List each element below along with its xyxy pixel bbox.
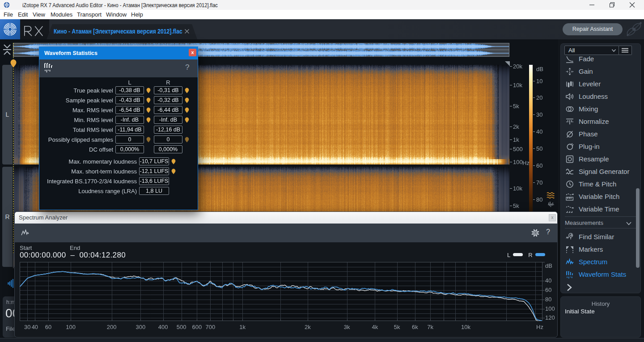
module-item-spectrum[interactable]: Spectrum [561, 256, 640, 268]
stat-label: Max. momentary loudness [69, 158, 137, 165]
module-item-loudness[interactable]: Loudness [561, 90, 640, 103]
freq-tick [510, 188, 512, 189]
colorbar-tick-label: 20 [536, 94, 542, 101]
maximize-button[interactable] [602, 0, 622, 10]
module-label: Signal Generator [579, 168, 629, 175]
waveform-display-icon[interactable] [547, 201, 555, 207]
stat-value-right: -0,31 dB [154, 86, 182, 94]
channel-label-left: L [2, 111, 13, 118]
stat-label: Max. short-term loudness [71, 168, 137, 175]
measurements-label: Measurements [565, 220, 603, 226]
module-item-varpitch[interactable]: Variable Pitch [561, 190, 640, 203]
module-item-gain[interactable]: Gain [561, 65, 640, 78]
vartime-icon [566, 205, 574, 213]
izotope-logo [0, 19, 20, 39]
pin-icon[interactable] [171, 169, 176, 174]
colorbar-tick [533, 131, 535, 132]
module-item-vartime[interactable]: Variable Time [561, 203, 640, 215]
menu-edit[interactable]: Edit [18, 11, 28, 18]
menu-view[interactable]: View [33, 11, 45, 18]
freq-label: 5k [513, 203, 519, 209]
history-item[interactable]: Initial State [565, 308, 595, 315]
dialog-help-icon[interactable]: ? [185, 63, 189, 72]
module-item-siggen[interactable]: Signal Generator [561, 165, 640, 178]
stat-value: 1,8 LU [139, 187, 169, 195]
x-axis-label: 5k [394, 324, 400, 330]
module-item-timepitch[interactable]: Time & Pitch [561, 178, 640, 190]
legend-pill [513, 253, 523, 256]
gain-icon [566, 68, 574, 76]
pin-icon[interactable] [146, 137, 151, 143]
pin-icon[interactable] [185, 88, 189, 93]
menu-help[interactable]: Help [131, 11, 143, 18]
collapse-panels-icon[interactable] [3, 44, 12, 55]
pin-icon[interactable] [146, 88, 151, 93]
module-label: Leveler [579, 80, 601, 88]
expand-arrow-icon[interactable] [566, 283, 573, 291]
pin-icon[interactable] [146, 97, 151, 103]
module-list-scrollbar[interactable] [636, 188, 640, 268]
module-label: Gain [579, 68, 593, 75]
channel-header-left[interactable]: L [2, 65, 13, 165]
close-button[interactable] [622, 0, 642, 10]
module-item-findsim[interactable]: Find Similar [561, 231, 640, 243]
menu-transport[interactable]: Transport [77, 11, 102, 18]
measurements-section-header[interactable]: Measurements [561, 218, 640, 228]
minimize-button[interactable] [582, 0, 602, 10]
file-tab[interactable]: Кино - Атаман [Электрическая версия 2012… [47, 24, 197, 39]
menu-file[interactable]: File [4, 11, 13, 18]
playhead-line [13, 43, 14, 268]
pin-icon[interactable] [185, 137, 189, 143]
module-item-mixing[interactable]: Mixing [561, 103, 640, 115]
stat-value-left: -6,54 dB [115, 106, 144, 114]
pin-icon[interactable] [185, 97, 189, 103]
spectrum-analyzer-close-button[interactable]: x [549, 214, 556, 221]
mini-waveform-icon[interactable] [8, 279, 14, 288]
module-label: Find Similar [579, 233, 614, 241]
settings-gear-icon[interactable] [531, 228, 540, 237]
pin-icon[interactable] [185, 107, 189, 113]
freq-tick [510, 127, 512, 127]
freq-label: 1k [513, 136, 519, 143]
x-axis-label: 200 [107, 324, 117, 330]
stat-label: True peak level [74, 87, 113, 94]
menu-window[interactable]: Window [106, 11, 127, 18]
repair-assistant-button[interactable]: Repair Assistant [563, 23, 623, 35]
stat-value: -10,7 LUFS [139, 157, 169, 165]
stat-label: Min. RMS level [74, 117, 113, 123]
os-titlebar[interactable]: iZotope RX 7 Advanced Audio Editor - Кин… [0, 0, 644, 10]
module-item-wavestats[interactable]: Waveform Stats [561, 268, 640, 281]
y-axis-tick [542, 309, 545, 309]
end-label: End [70, 245, 80, 251]
spectrum-plot[interactable] [20, 262, 542, 321]
pin-icon[interactable] [185, 117, 189, 123]
module-label: Resample [579, 155, 609, 163]
app-toolbar: Кино - Атаман [Электрическая версия 2012… [0, 19, 644, 39]
spectrogram-display-icon[interactable] [547, 192, 555, 199]
playhead-pin[interactable] [10, 59, 17, 68]
module-item-normalize[interactable]: Normalize [561, 115, 640, 128]
module-item-resample[interactable]: Resample [561, 153, 640, 165]
pin-icon[interactable] [146, 117, 151, 123]
module-label: Fade [579, 55, 594, 63]
tab-close-icon[interactable] [184, 28, 190, 34]
colorbar-tick [533, 165, 535, 166]
stat-value-left: 0,000% [115, 145, 144, 153]
pin-icon[interactable] [146, 107, 151, 113]
menu-bar: FileEditViewModulesTransportWindowHelp [0, 10, 644, 19]
stat-value-right: -0,32 dB [154, 96, 182, 104]
module-item-leveler[interactable]: Leveler [561, 78, 640, 90]
menu-modules[interactable]: Modules [51, 11, 72, 18]
module-item-plugin[interactable]: Plug-in [561, 140, 640, 153]
module-item-markers[interactable]: Markers [561, 243, 640, 256]
pin-icon[interactable] [171, 159, 176, 165]
module-item-phase[interactable]: Phase [561, 128, 640, 140]
loudness-icon [566, 93, 574, 101]
help-icon[interactable]: ? [546, 228, 550, 236]
channel-header-right[interactable]: R [2, 167, 13, 267]
module-item-fade[interactable]: Fade [561, 53, 640, 65]
dialog-titlebar[interactable]: Waveform Statistics x [39, 47, 198, 59]
dialog-close-button[interactable]: x [189, 49, 196, 56]
spectrum-analyzer-titlebar[interactable]: Spectrum Analyzer x [15, 212, 557, 224]
rx-logo-text [23, 25, 44, 37]
